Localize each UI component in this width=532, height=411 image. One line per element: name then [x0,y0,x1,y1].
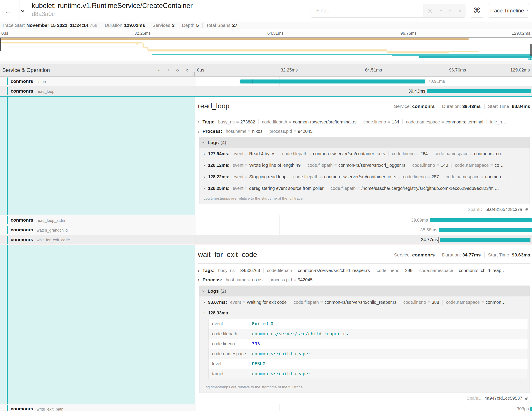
span-name-cell[interactable]: conmonrs read_loop [0,86,195,96]
span-color-strip [7,226,8,234]
logs-header[interactable]: › Logs (4) [200,137,530,148]
spacer [0,61,532,64]
trace-summary-bar: Trace Start November 15 2022, 11:24:14 .… [0,21,532,29]
span-duration-label: 39.69ms [411,218,428,223]
link-icon[interactable] [524,207,529,212]
process-row[interactable]: › Process: host.name=nixos process.pid=9… [198,128,530,135]
trace-total-spans: Total Spans 27 [202,23,241,28]
span-bar[interactable] [430,218,532,222]
log-entry[interactable]: › 128.22ms: event=Stopping read loop cod… [200,171,530,183]
log-entry[interactable]: › 93.87ms: event=Waiting for exit code c… [200,296,530,308]
span-duration-label: 35.58ms [420,227,437,233]
log-field-row: level DEBUG [209,359,528,369]
log-marker [530,406,530,411]
span-color-strip [7,245,8,404]
span-id-row: SpanID: 5faf48165428c37a [468,207,529,212]
span-color-strip [7,236,8,244]
logs-section: › Logs (2) › 93.87ms: event=Waiting for … [199,285,530,393]
logs-header[interactable]: › Logs (2) [200,286,530,296]
log-field-row: target conmonrs::child_reaper [209,369,528,379]
logs-note: Log timestamps are relative to the start… [200,383,530,392]
minimap-spans [0,38,532,60]
log-marker [425,78,425,84]
span-bar[interactable] [440,238,531,242]
span-name-cell[interactable]: conmonrs watch_grandchild [0,225,195,235]
span-bar[interactable] [530,407,532,411]
view-selector-button[interactable]: Trace Timeline › [488,4,529,18]
span-row-read-loop[interactable]: conmonrs read_loop 39.43ms [0,86,532,97]
log-entry[interactable]: › 127.94ms: event=Read 4 bytes code.file… [200,148,530,159]
trace-depth: Depth 5 [178,23,202,28]
logs-note: Log timestamps are relative to the start… [200,194,530,204]
span-detail-backdrop [0,97,195,215]
span-detail-title: wait_for_exit_code [198,250,257,259]
span-row-read-loop-stdin[interactable]: conmonrs read_loop_stdin 39.69ms [0,215,532,225]
span-color-strip [7,216,8,224]
span-row-watch-grandchild[interactable]: conmonrs watch_grandchild 35.58ms [0,225,532,235]
grid-line [448,64,448,76]
span-name-cell[interactable]: conmonrs wait_for_exit_code [0,235,195,245]
logs-section: › Logs (4) › 127.94ms: event=Read 4 byte… [199,137,530,204]
trace-start: Trace Start November 15 2022, 11:24:14 .… [2,23,101,28]
span-bar[interactable] [240,79,425,83]
span-duration-label: 303μs [517,406,529,411]
span-color-strip [7,97,8,215]
trace-duration: Duration 129.02ms [101,23,149,28]
span-detail-meta: Service:conmonrs Duration:39.43ms Start … [394,104,530,109]
span-row-listen[interactable]: conmonrs listen 70.91ms [0,77,532,86]
collapse-one-icon[interactable]: › [156,66,163,74]
log-entry[interactable]: › 128.12ms: event=Wrote log line of leng… [200,159,530,171]
expand-all-icon[interactable]: » [183,67,191,73]
span-row-write-exit-path[interactable]: conmonrs write_exit_path 303μs [0,404,532,411]
locate-icon[interactable]: ◎ [427,7,432,14]
span-id-row: SpanID: 4a947cfd1ce59537 [467,396,529,401]
collapse-controls: › › » » [155,67,191,73]
span-detail-wait-for-exit-code: wait_for_exit_code Service:conmonrs Dura… [0,245,532,404]
trace-id: d8a3a0c [32,11,55,18]
trace-collapse-chevron-icon[interactable]: › [19,10,28,12]
tags-row[interactable]: › Tags: busy_ns=34506763 code.filepath=c… [198,267,530,274]
span-name-cell[interactable]: conmonrs read_loop_stdin [0,215,195,225]
timeline-grid-header: Service & Operation › › » » 0μs 32.25ms … [0,64,532,77]
find-next-icon[interactable]: › [446,10,454,12]
log-fields-table: event Exited 0 code.filepath conmon-rs/s… [208,319,528,379]
minimap-right-handle[interactable] [531,44,532,56]
log-field-row: event Exited 0 [209,319,528,329]
tags-row[interactable]: › Tags: busy_ns=273882 code.filepath=con… [198,118,530,126]
link-icon[interactable] [524,396,529,401]
grid-line [279,64,280,76]
span-detail-meta: Service:conmonrs Duration:34.77ms Start … [394,252,530,258]
top-bar: ← › kubelet: runtime.v1.RuntimeService/C… [0,0,532,21]
span-color-strip [7,405,8,411]
span-color-strip [7,87,8,95]
grid-line [364,64,364,76]
minimap-canvas[interactable] [0,37,532,60]
find-input[interactable] [311,4,424,17]
span-detail-read-loop: read_loop Service:conmonrs Duration:39.4… [0,97,532,215]
log-entry-expanded-header[interactable]: › 128.33ms [200,308,530,318]
process-row[interactable]: › Process: host.name=nixos process.pid=9… [198,276,530,283]
collapse-all-icon[interactable]: » [174,66,181,74]
log-marker [438,237,439,243]
minimap-left-handle[interactable] [0,39,1,51]
log-field-row: code.namespace conmonrs::child_reaper [209,349,528,359]
column-resize-handle[interactable] [193,72,195,76]
find-clear-icon[interactable]: × [458,7,461,14]
tag-overflow: idle_n… [490,119,506,125]
span-name-cell[interactable]: conmonrs listen [0,77,195,86]
back-arrow-icon[interactable]: ← [3,5,14,16]
span-bar[interactable] [439,228,532,232]
span-detail-backdrop [0,245,195,404]
span-duration-label: 34.77ms [421,237,438,242]
trace-services: Services 3 [149,23,178,28]
log-marker [240,78,240,84]
expand-one-icon[interactable]: › [165,67,172,73]
span-bar[interactable] [427,89,531,93]
trace-timeline-page: ← › kubelet: runtime.v1.RuntimeService/C… [0,0,532,411]
find-prev-icon[interactable]: › [437,10,444,12]
log-entry[interactable]: › 128.25ms: event=deregistering event so… [200,183,530,194]
trace-title: kubelet: runtime.v1.RuntimeService/Creat… [32,2,193,10]
keyboard-shortcuts-button[interactable]: ⌘ [470,4,484,18]
span-row-wait-for-exit-code[interactable]: conmonrs wait_for_exit_code 34.77ms [0,235,532,245]
span-name-cell[interactable]: conmonrs write_exit_path [0,404,195,411]
